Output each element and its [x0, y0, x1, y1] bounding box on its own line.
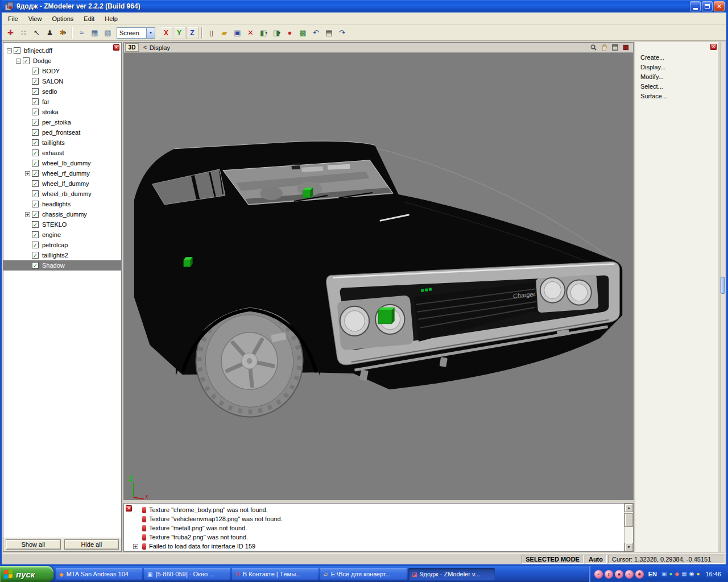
language-indicator[interactable]: EN: [647, 570, 659, 578]
visibility-checkbox[interactable]: ✓: [32, 160, 39, 167]
expand-icon[interactable]: +: [25, 212, 30, 217]
zoom-tool-icon[interactable]: [589, 43, 598, 52]
tray-update-icon[interactable]: ●: [696, 571, 700, 577]
visibility-checkbox[interactable]: ✓: [32, 109, 39, 115]
maximize-button[interactable]: [702, 1, 713, 11]
window-scrollbar-thumb[interactable]: [721, 277, 725, 294]
close-commands-panel-button[interactable]: ✕: [710, 44, 717, 50]
tree-item-wheel-lf-dummy[interactable]: ✓wheel_lf_dummy: [3, 178, 121, 189]
visibility-checkbox[interactable]: ✓: [32, 190, 39, 197]
command-display[interactable]: Display...: [635, 62, 718, 72]
render-mode-icon[interactable]: [621, 43, 631, 52]
tree-item-salon[interactable]: ✓SALON: [3, 76, 121, 86]
visibility-checkbox[interactable]: ✓: [32, 262, 39, 269]
dropdown-arrow-icon[interactable]: ▾: [64, 31, 67, 35]
tree-item-taillights2[interactable]: ✓taillights2: [3, 250, 121, 260]
export-button[interactable]: ◨▾: [270, 27, 283, 39]
dropdown-arrow-icon[interactable]: ▾: [265, 31, 267, 35]
command-surface[interactable]: Surface...: [635, 91, 718, 101]
new-file-button[interactable]: ▯: [205, 27, 218, 39]
taskbar-task-1[interactable]: ◆MTA San Andreas 104: [56, 568, 142, 580]
texture-image-button[interactable]: ▩: [296, 27, 309, 39]
box-select-button[interactable]: ▦: [88, 27, 101, 39]
axis-x-button[interactable]: X: [160, 27, 172, 39]
tray-shield-icon[interactable]: ◆: [675, 571, 680, 577]
tree-item-taillights[interactable]: ✓taillights: [3, 138, 121, 148]
menu-file[interactable]: File: [3, 14, 23, 24]
3d-scene[interactable]: Charger: [124, 53, 633, 500]
media-prev-button[interactable]: «: [594, 570, 603, 579]
scroll-down-icon[interactable]: ▼: [624, 543, 633, 551]
tree-item-wheel-lb-dummy[interactable]: ✓wheel_lb_dummy: [3, 158, 121, 168]
scrollbar-thumb[interactable]: [624, 513, 633, 527]
visibility-checkbox[interactable]: ✓: [32, 98, 39, 105]
collapse-icon[interactable]: −: [16, 59, 21, 64]
visibility-checkbox[interactable]: ✓: [14, 47, 20, 54]
visibility-checkbox[interactable]: ✓: [32, 201, 39, 207]
media-volume-button[interactable]: ◉: [635, 570, 644, 579]
visibility-checkbox[interactable]: ✓: [32, 149, 39, 156]
visibility-checkbox[interactable]: ✓: [32, 242, 39, 248]
save-button[interactable]: ▣: [231, 27, 244, 39]
tray-chat-icon[interactable]: ●: [669, 571, 672, 577]
tree-item-exhaust[interactable]: ✓exhaust: [3, 148, 121, 158]
material-sphere-button[interactable]: ●: [283, 27, 296, 39]
visibility-checkbox[interactable]: ✓: [32, 68, 39, 74]
command-create[interactable]: Create...: [635, 52, 718, 62]
menu-help[interactable]: Help: [100, 14, 123, 24]
tree-item-wheel-rb-dummy[interactable]: ✓wheel_rb_dummy: [3, 189, 121, 199]
visibility-checkbox[interactable]: ✓: [23, 57, 30, 64]
pan-tool-icon[interactable]: [599, 43, 609, 52]
dropdown-arrow-icon[interactable]: ▾: [278, 31, 280, 35]
command-modify[interactable]: Modify...: [635, 72, 718, 81]
back-chevron[interactable]: <: [143, 44, 147, 51]
close-hierarchy-panel-button[interactable]: ✕: [113, 44, 119, 51]
tree-item-body[interactable]: ✓BODY: [3, 66, 121, 76]
tree-item-shadow[interactable]: ✓Shadow: [3, 260, 121, 271]
media-stop-button[interactable]: ■: [615, 570, 623, 579]
tree-item-steklo[interactable]: ✓STEKLO: [3, 219, 121, 230]
tree-item-dodge[interactable]: −✓Dodge: [3, 56, 121, 66]
visibility-checkbox[interactable]: ✓: [32, 78, 39, 85]
tree-item-ped-frontseat[interactable]: ✓ped_frontseat: [3, 127, 121, 138]
undo-button[interactable]: ↶: [309, 27, 322, 39]
tree-item-stoika[interactable]: ✓stoika: [3, 107, 121, 117]
menu-view[interactable]: View: [23, 14, 47, 24]
hide-all-button[interactable]: Hide all: [64, 539, 119, 550]
start-button[interactable]: пуск: [0, 566, 53, 582]
axis-z-button[interactable]: Z: [186, 27, 198, 39]
tray-volume-icon[interactable]: ◉: [689, 571, 694, 577]
tree-item-headlights[interactable]: ✓headlights: [3, 199, 121, 209]
taskbar-task-5[interactable]: ◪9додж - ZModeler v...: [408, 568, 495, 580]
tree-item-wheel-rf-dummy[interactable]: +✓wheel_rf_dummy: [3, 168, 121, 178]
open-folder-button[interactable]: ▰: [218, 27, 231, 39]
tree-item-petrolcap[interactable]: ✓petrolcap: [3, 240, 121, 250]
log-scrollbar[interactable]: ▲ ▼: [624, 504, 633, 551]
import-button[interactable]: ◧▾: [257, 27, 270, 39]
tree-item-bfinject-dff[interactable]: −✓bfinject.dff: [3, 45, 121, 56]
uv-grid-button[interactable]: ▧: [101, 27, 114, 39]
tray-display-icon[interactable]: ▣: [661, 571, 667, 577]
tree-item-engine[interactable]: ✓engine: [3, 230, 121, 240]
figure-tool-button[interactable]: ♟: [43, 27, 56, 39]
taskbar-task-2[interactable]: ▣[5-860-059] - Окно ...: [144, 568, 230, 580]
tray-network-icon[interactable]: ▦: [681, 571, 686, 577]
media-next-button[interactable]: »: [625, 570, 634, 579]
visibility-checkbox[interactable]: ✓: [32, 88, 39, 95]
taskbar-task-3[interactable]: OВ Контакте | Тёмы...: [232, 568, 318, 580]
visibility-checkbox[interactable]: ✓: [32, 170, 39, 177]
visibility-checkbox[interactable]: ✓: [32, 221, 39, 228]
expand-icon[interactable]: +: [133, 544, 138, 549]
window-scrollbar[interactable]: [720, 42, 725, 552]
notes-button[interactable]: ▤: [322, 27, 336, 39]
tree-item-chassis-dummy[interactable]: +✓chassis_dummy: [3, 209, 121, 219]
titlebar[interactable]: 9додж - ZModeler ver 2.2.2 (Build 964) ✕: [2, 0, 726, 13]
axis-y-button[interactable]: Y: [173, 27, 185, 39]
auto-indicator[interactable]: Auto: [585, 555, 607, 564]
tree-item-per-stoika[interactable]: ✓per_stoika: [3, 117, 121, 127]
expand-icon[interactable]: +: [25, 171, 30, 176]
menu-edit[interactable]: Edit: [78, 14, 100, 24]
visibility-checkbox[interactable]: ✓: [32, 211, 39, 218]
maximize-viewport-icon[interactable]: [610, 43, 620, 52]
tree-item-sedlo[interactable]: ✓sedlo: [3, 86, 121, 97]
